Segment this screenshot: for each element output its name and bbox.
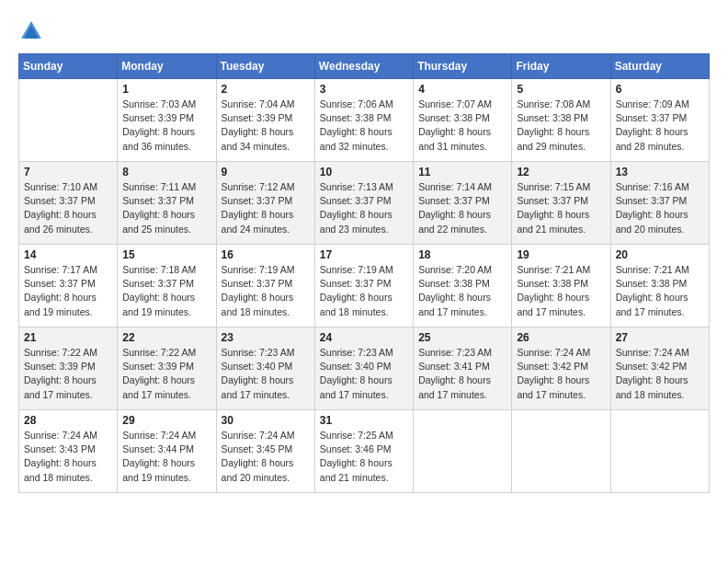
day-number: 23 xyxy=(222,331,310,344)
day-number: 12 xyxy=(517,166,605,178)
day-info: Sunrise: 7:18 AM Sunset: 3:37 PM Dayligh… xyxy=(122,263,210,319)
day-number: 18 xyxy=(418,248,506,261)
logo-icon xyxy=(18,18,44,44)
calendar-body: 1Sunrise: 7:03 AM Sunset: 3:39 PM Daylig… xyxy=(19,79,710,493)
day-info: Sunrise: 7:21 AM Sunset: 3:38 PM Dayligh… xyxy=(517,263,605,319)
day-number: 2 xyxy=(222,83,310,96)
day-info: Sunrise: 7:22 AM Sunset: 3:39 PM Dayligh… xyxy=(24,346,112,402)
day-number: 24 xyxy=(320,331,408,344)
day-cell xyxy=(19,79,118,162)
day-info: Sunrise: 7:23 AM Sunset: 3:41 PM Dayligh… xyxy=(418,346,506,402)
day-number: 14 xyxy=(24,248,112,261)
day-info: Sunrise: 7:17 AM Sunset: 3:37 PM Dayligh… xyxy=(24,263,112,319)
header-cell-saturday: Saturday xyxy=(610,54,709,79)
day-number: 9 xyxy=(222,166,310,178)
day-info: Sunrise: 7:07 AM Sunset: 3:38 PM Dayligh… xyxy=(418,98,506,154)
day-cell: 6Sunrise: 7:09 AM Sunset: 3:37 PM Daylig… xyxy=(610,79,709,162)
day-cell: 7Sunrise: 7:10 AM Sunset: 3:37 PM Daylig… xyxy=(19,162,118,245)
day-info: Sunrise: 7:06 AM Sunset: 3:38 PM Dayligh… xyxy=(320,98,408,154)
day-info: Sunrise: 7:12 AM Sunset: 3:37 PM Dayligh… xyxy=(222,180,310,236)
day-cell: 4Sunrise: 7:07 AM Sunset: 3:38 PM Daylig… xyxy=(414,79,512,162)
day-info: Sunrise: 7:10 AM Sunset: 3:37 PM Dayligh… xyxy=(24,180,112,236)
day-info: Sunrise: 7:21 AM Sunset: 3:38 PM Dayligh… xyxy=(616,263,704,319)
day-number: 16 xyxy=(222,248,310,261)
day-cell: 21Sunrise: 7:22 AM Sunset: 3:39 PM Dayli… xyxy=(19,327,118,410)
day-cell: 13Sunrise: 7:16 AM Sunset: 3:37 PM Dayli… xyxy=(610,162,709,245)
day-cell: 10Sunrise: 7:13 AM Sunset: 3:37 PM Dayli… xyxy=(314,162,413,245)
day-info: Sunrise: 7:13 AM Sunset: 3:37 PM Dayligh… xyxy=(320,180,408,236)
day-number: 15 xyxy=(122,248,210,261)
day-cell: 24Sunrise: 7:23 AM Sunset: 3:40 PM Dayli… xyxy=(314,327,413,410)
header-cell-wednesday: Wednesday xyxy=(314,54,413,79)
day-info: Sunrise: 7:16 AM Sunset: 3:37 PM Dayligh… xyxy=(616,180,704,236)
day-info: Sunrise: 7:14 AM Sunset: 3:37 PM Dayligh… xyxy=(418,180,506,236)
day-info: Sunrise: 7:24 AM Sunset: 3:44 PM Dayligh… xyxy=(122,429,210,485)
day-number: 1 xyxy=(122,83,210,96)
day-cell xyxy=(610,410,709,493)
day-cell: 25Sunrise: 7:23 AM Sunset: 3:41 PM Dayli… xyxy=(414,327,512,410)
header-cell-thursday: Thursday xyxy=(414,54,512,79)
header-row: SundayMondayTuesdayWednesdayThursdayFrid… xyxy=(19,54,710,79)
day-cell: 23Sunrise: 7:23 AM Sunset: 3:40 PM Dayli… xyxy=(216,327,314,410)
week-row-3: 14Sunrise: 7:17 AM Sunset: 3:37 PM Dayli… xyxy=(19,245,710,327)
day-cell: 5Sunrise: 7:08 AM Sunset: 3:38 PM Daylig… xyxy=(512,79,610,162)
day-cell: 17Sunrise: 7:19 AM Sunset: 3:37 PM Dayli… xyxy=(314,245,413,327)
day-number: 20 xyxy=(616,248,704,261)
day-cell: 27Sunrise: 7:24 AM Sunset: 3:42 PM Dayli… xyxy=(610,327,709,410)
day-number: 25 xyxy=(418,331,506,344)
day-number: 30 xyxy=(222,414,310,427)
day-info: Sunrise: 7:20 AM Sunset: 3:38 PM Dayligh… xyxy=(418,263,506,319)
calendar-table: SundayMondayTuesdayWednesdayThursdayFrid… xyxy=(18,53,710,493)
day-number: 8 xyxy=(122,166,210,178)
header-cell-sunday: Sunday xyxy=(19,54,118,79)
day-info: Sunrise: 7:24 AM Sunset: 3:43 PM Dayligh… xyxy=(24,429,112,485)
day-number: 11 xyxy=(418,166,506,178)
day-info: Sunrise: 7:08 AM Sunset: 3:38 PM Dayligh… xyxy=(517,98,605,154)
day-number: 31 xyxy=(320,414,408,427)
day-cell: 28Sunrise: 7:24 AM Sunset: 3:43 PM Dayli… xyxy=(19,410,118,493)
day-cell: 16Sunrise: 7:19 AM Sunset: 3:37 PM Dayli… xyxy=(216,245,314,327)
day-number: 13 xyxy=(616,166,704,178)
day-cell: 31Sunrise: 7:25 AM Sunset: 3:46 PM Dayli… xyxy=(314,410,413,493)
day-cell: 9Sunrise: 7:12 AM Sunset: 3:37 PM Daylig… xyxy=(216,162,314,245)
day-info: Sunrise: 7:24 AM Sunset: 3:42 PM Dayligh… xyxy=(517,346,605,402)
day-number: 17 xyxy=(320,248,408,261)
day-cell: 30Sunrise: 7:24 AM Sunset: 3:45 PM Dayli… xyxy=(216,410,314,493)
day-cell: 20Sunrise: 7:21 AM Sunset: 3:38 PM Dayli… xyxy=(610,245,709,327)
day-info: Sunrise: 7:22 AM Sunset: 3:39 PM Dayligh… xyxy=(122,346,210,402)
header-cell-monday: Monday xyxy=(118,54,216,79)
day-number: 27 xyxy=(616,331,704,344)
day-info: Sunrise: 7:03 AM Sunset: 3:39 PM Dayligh… xyxy=(122,98,210,154)
day-cell xyxy=(512,410,610,493)
day-cell: 26Sunrise: 7:24 AM Sunset: 3:42 PM Dayli… xyxy=(512,327,610,410)
day-cell: 22Sunrise: 7:22 AM Sunset: 3:39 PM Dayli… xyxy=(118,327,216,410)
day-number: 6 xyxy=(616,83,704,96)
week-row-5: 28Sunrise: 7:24 AM Sunset: 3:43 PM Dayli… xyxy=(19,410,710,493)
day-cell: 18Sunrise: 7:20 AM Sunset: 3:38 PM Dayli… xyxy=(414,245,512,327)
header-cell-friday: Friday xyxy=(512,54,610,79)
day-cell: 1Sunrise: 7:03 AM Sunset: 3:39 PM Daylig… xyxy=(118,79,216,162)
day-number: 3 xyxy=(320,83,408,96)
day-info: Sunrise: 7:25 AM Sunset: 3:46 PM Dayligh… xyxy=(320,429,408,485)
day-info: Sunrise: 7:19 AM Sunset: 3:37 PM Dayligh… xyxy=(222,263,310,319)
day-cell: 29Sunrise: 7:24 AM Sunset: 3:44 PM Dayli… xyxy=(118,410,216,493)
day-number: 19 xyxy=(517,248,605,261)
calendar-header: SundayMondayTuesdayWednesdayThursdayFrid… xyxy=(19,54,710,79)
day-number: 21 xyxy=(24,331,112,344)
day-info: Sunrise: 7:23 AM Sunset: 3:40 PM Dayligh… xyxy=(222,346,310,402)
day-number: 5 xyxy=(517,83,605,96)
day-number: 28 xyxy=(24,414,112,427)
day-number: 10 xyxy=(320,166,408,178)
day-info: Sunrise: 7:11 AM Sunset: 3:37 PM Dayligh… xyxy=(122,180,210,236)
day-cell: 19Sunrise: 7:21 AM Sunset: 3:38 PM Dayli… xyxy=(512,245,610,327)
day-info: Sunrise: 7:24 AM Sunset: 3:45 PM Dayligh… xyxy=(222,429,310,485)
day-number: 7 xyxy=(24,166,112,178)
day-cell: 11Sunrise: 7:14 AM Sunset: 3:37 PM Dayli… xyxy=(414,162,512,245)
day-cell: 15Sunrise: 7:18 AM Sunset: 3:37 PM Dayli… xyxy=(118,245,216,327)
day-number: 4 xyxy=(418,83,506,96)
week-row-2: 7Sunrise: 7:10 AM Sunset: 3:37 PM Daylig… xyxy=(19,162,710,245)
day-cell: 14Sunrise: 7:17 AM Sunset: 3:37 PM Dayli… xyxy=(19,245,118,327)
day-info: Sunrise: 7:15 AM Sunset: 3:37 PM Dayligh… xyxy=(517,180,605,236)
day-info: Sunrise: 7:09 AM Sunset: 3:37 PM Dayligh… xyxy=(616,98,704,154)
day-info: Sunrise: 7:24 AM Sunset: 3:42 PM Dayligh… xyxy=(616,346,704,402)
